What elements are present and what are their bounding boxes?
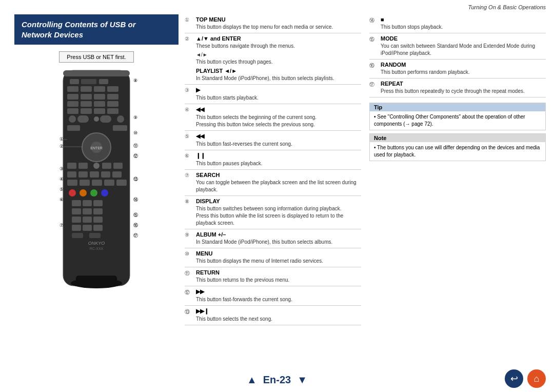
svg-rect-73 (83, 208, 92, 214)
item-5: ⑤ ◀◀ This button fast-reverses the curre… (185, 131, 361, 150)
section-title: Controlling Contents of USB or Network D… (22, 19, 171, 40)
item-11: ⑪ RETURN This button returns to the prev… (185, 267, 361, 286)
note-content: • The buttons you can use will differ de… (370, 142, 545, 161)
svg-rect-6 (81, 86, 92, 92)
svg-rect-7 (94, 86, 105, 92)
svg-rect-81 (72, 233, 83, 238)
tip-box: Tip • See "Controlling Other Components"… (369, 103, 546, 130)
svg-rect-26 (67, 125, 80, 131)
svg-rect-8 (107, 86, 118, 92)
item-7: ⑦ SEARCH You can toggle between the play… (185, 170, 361, 196)
svg-text:③: ③ (60, 166, 64, 171)
item-15: ⑮ MODE You can switch between Standard M… (369, 33, 546, 60)
header-title: Turning On & Basic Operations (468, 4, 546, 10)
remote-area: Press USB or NET first. (14, 51, 179, 339)
svg-rect-20 (107, 108, 118, 114)
svg-rect-13 (67, 101, 78, 107)
svg-rect-16 (107, 101, 118, 107)
svg-rect-64 (116, 180, 127, 186)
svg-point-68 (101, 189, 108, 197)
svg-point-65 (69, 189, 76, 197)
svg-rect-11 (94, 94, 105, 100)
svg-rect-15 (94, 101, 105, 107)
svg-point-21 (69, 115, 76, 123)
svg-point-23 (94, 116, 99, 122)
svg-rect-60 (67, 180, 77, 186)
home-button[interactable]: ⌂ (527, 369, 546, 388)
svg-rect-61 (80, 180, 90, 186)
svg-rect-18 (81, 108, 92, 114)
right-column: ⑭ ■ This button stops playback. ⑮ MODE Y… (369, 14, 546, 361)
item-17: ⑰ REPEAT Press this button repeatedly to… (369, 79, 546, 97)
svg-rect-75 (72, 217, 81, 223)
svg-text:⑥: ⑥ (60, 197, 64, 202)
item-12: ⑫ ▶▶ This button fast-forwards the curre… (185, 286, 361, 306)
content-area: ① TOP MENU This button displays the top … (185, 14, 546, 361)
item-10: ⑩ MENU This button displays the menu of … (185, 248, 361, 267)
svg-rect-72 (72, 208, 81, 214)
svg-text:ONKYO: ONKYO (88, 241, 105, 246)
svg-rect-5 (67, 86, 78, 92)
svg-rect-50 (67, 163, 76, 169)
svg-rect-70 (83, 200, 92, 206)
item-3: ③ ▶ This button starts playback. (185, 85, 361, 104)
item-4: ④ ◀◀ This button selects the beginning o… (185, 104, 361, 131)
svg-rect-71 (93, 200, 103, 206)
svg-rect-4 (99, 79, 108, 84)
svg-rect-59 (112, 171, 122, 178)
svg-text:⑬: ⑬ (133, 177, 138, 182)
svg-text:⑨: ⑨ (133, 115, 137, 120)
svg-rect-17 (67, 108, 78, 114)
item-2: ② ▲/▼ and ENTER These buttons navigate t… (185, 33, 361, 85)
svg-rect-54 (113, 163, 123, 169)
item-16: ⑯ RANDOM This button performs random pla… (369, 60, 546, 79)
svg-text:⑩: ⑩ (133, 130, 137, 135)
svg-rect-86 (76, 276, 117, 283)
next-arrow[interactable]: ▼ (297, 374, 307, 386)
item-1: ① TOP MENU This button displays the top … (185, 14, 361, 33)
note-label: Note (370, 134, 545, 142)
svg-text:②: ② (60, 144, 64, 149)
svg-rect-58 (101, 171, 110, 178)
back-icon: ↩ (510, 373, 518, 384)
svg-text:⑮: ⑮ (133, 212, 138, 218)
back-button[interactable]: ↩ (505, 369, 523, 388)
svg-point-52 (93, 163, 100, 169)
page-label: En-23 (263, 374, 291, 386)
bottom-right-icons: ↩ ⌂ (505, 369, 546, 388)
press-usb-note: Press USB or NET first. (59, 51, 133, 63)
svg-rect-2 (70, 79, 79, 84)
svg-rect-14 (81, 101, 92, 107)
svg-rect-62 (92, 180, 102, 186)
prev-arrow[interactable]: ▲ (247, 374, 257, 386)
item-8: ⑧ DISPLAY This button switches between s… (185, 196, 361, 229)
svg-rect-3 (81, 79, 96, 84)
svg-rect-79 (83, 225, 92, 231)
home-icon: ⌂ (534, 374, 540, 384)
svg-text:⑪: ⑪ (133, 143, 138, 148)
svg-rect-80 (93, 225, 103, 231)
svg-rect-55 (67, 171, 76, 178)
svg-rect-9 (67, 94, 78, 100)
tip-label: Tip (370, 103, 545, 111)
svg-rect-22 (77, 115, 89, 123)
svg-text:⑦: ⑦ (60, 223, 64, 228)
svg-text:⑭: ⑭ (133, 197, 138, 202)
svg-rect-76 (83, 217, 92, 223)
svg-text:⑧: ⑧ (133, 78, 137, 83)
item-13: ⑬ ▶▶❙ This button selects the next song. (185, 306, 361, 325)
svg-rect-24 (100, 115, 111, 123)
svg-rect-10 (81, 94, 92, 100)
page-header: Turning On & Basic Operations (468, 4, 546, 10)
svg-rect-19 (94, 108, 105, 114)
svg-text:⑫: ⑫ (133, 153, 138, 159)
tip-content: • See "Controlling Other Components" abo… (370, 111, 545, 130)
svg-rect-74 (93, 208, 103, 214)
svg-rect-69 (72, 200, 81, 206)
svg-text:⑰: ⑰ (133, 233, 138, 238)
svg-rect-77 (93, 217, 103, 223)
svg-rect-53 (102, 163, 111, 169)
left-column: ① TOP MENU This button displays the top … (185, 14, 361, 361)
svg-point-25 (117, 115, 124, 123)
svg-text:⑯: ⑯ (133, 223, 138, 228)
